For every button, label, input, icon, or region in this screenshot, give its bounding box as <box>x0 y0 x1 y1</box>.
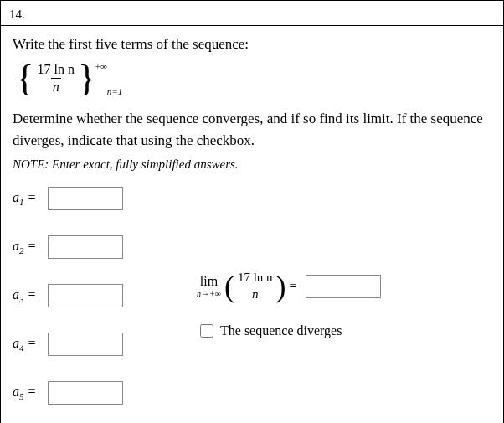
limit-fraction: 17 ln n n <box>236 271 275 302</box>
term-input-a5[interactable] <box>48 381 123 405</box>
limit-denominator: n <box>250 286 260 302</box>
limit-numerator: 17 ln n <box>236 271 275 286</box>
equals-sign: = <box>290 279 297 294</box>
instruction-converge: Determine whether the sequence converges… <box>13 108 491 151</box>
left-brace: { <box>16 61 34 95</box>
right-paren: ) <box>276 274 286 299</box>
limit-input[interactable] <box>306 275 381 298</box>
sequence-lower-bound: n=1 <box>107 86 122 96</box>
term-input-a1[interactable] <box>48 187 123 210</box>
term-label-a3: a3 = <box>13 287 43 304</box>
sequence-numerator: 17 ln n <box>36 62 76 78</box>
term-row: a3 = <box>13 284 197 307</box>
limit-expression: lim n→+∞ ( 17 ln n n ) = <box>197 271 301 302</box>
diverges-row: The sequence diverges <box>197 322 491 340</box>
problem-number: 14. <box>1 1 503 25</box>
term-label-a1: a1 = <box>13 190 43 207</box>
right-brace: } <box>78 61 96 95</box>
instruction-first-five: Write the first five terms of the sequen… <box>13 36 491 53</box>
term-input-a4[interactable] <box>48 333 123 356</box>
problem-container: 14. Write the first five terms of the se… <box>0 0 504 423</box>
left-paren: ( <box>224 274 234 299</box>
lim-text: lim <box>200 274 218 289</box>
terms-column: a1 = a2 = a3 = a4 = a5 = <box>13 187 197 423</box>
diverges-checkbox[interactable] <box>200 324 213 338</box>
sequence-fraction: 17 ln n n <box>36 62 76 95</box>
term-row: a1 = <box>13 187 197 210</box>
sequence-upper-bound: +∞ <box>95 61 107 71</box>
term-input-a2[interactable] <box>48 235 123 259</box>
term-label-a4: a4 = <box>13 336 43 353</box>
sequence-expression: { 17 ln n n } +∞ n=1 <box>16 61 491 101</box>
term-label-a5: a5 = <box>13 384 43 401</box>
term-row: a2 = <box>13 235 197 259</box>
term-label-a2: a2 = <box>13 239 43 255</box>
term-row: a5 = <box>13 381 197 405</box>
problem-body: Write the first five terms of the sequen… <box>1 25 503 423</box>
diverges-label: The sequence diverges <box>220 323 342 338</box>
term-input-a3[interactable] <box>48 284 123 307</box>
term-row: a4 = <box>13 333 197 356</box>
limit-row: lim n→+∞ ( 17 ln n n ) = <box>197 271 491 302</box>
lim-subscript: n→+∞ <box>197 289 221 298</box>
limit-column: lim n→+∞ ( 17 ln n n ) = <box>197 187 491 423</box>
sequence-denominator: n <box>51 78 61 95</box>
note-exact-answers: NOTE: Enter exact, fully simplified answ… <box>13 157 491 172</box>
